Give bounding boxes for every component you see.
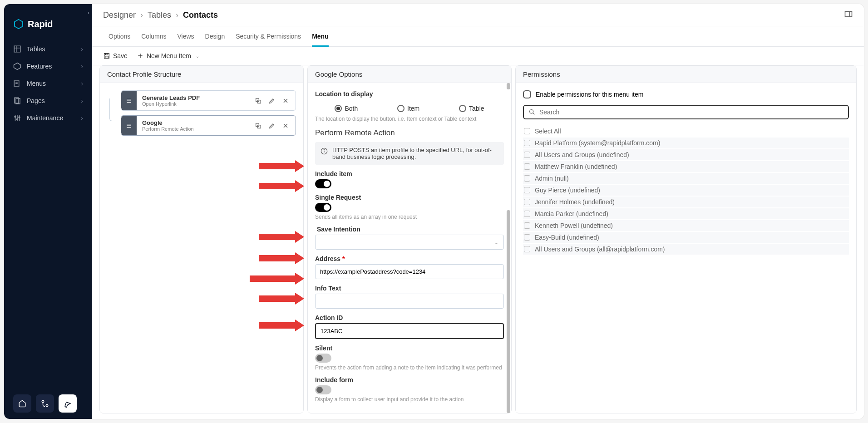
svg-rect-18 xyxy=(845,11,852,17)
nav-menus[interactable]: Menus › xyxy=(4,75,92,92)
info-text-input[interactable] xyxy=(315,294,504,309)
search-icon xyxy=(528,108,536,116)
drag-handle-icon[interactable] xyxy=(121,116,137,135)
include-form-label: Include form xyxy=(315,376,504,384)
permission-item[interactable]: All Users and Groups (all@rapidplatform.… xyxy=(523,244,849,255)
permission-item[interactable]: Rapid Platform (system@rapidplatform.com… xyxy=(523,138,849,148)
permission-item[interactable]: Admin (null) xyxy=(523,173,849,184)
menu-item-generate-leads[interactable]: Generate Leads PDF Open Hyperlink xyxy=(121,90,296,111)
chevron-right-icon: › xyxy=(81,45,83,53)
tab-menu[interactable]: Menu xyxy=(306,26,334,46)
chevron-right-icon: › xyxy=(81,63,83,70)
design-icon xyxy=(64,399,72,408)
radio-item[interactable]: Item xyxy=(397,105,419,112)
table-icon xyxy=(13,45,21,53)
permission-item[interactable]: Jennifer Holmes (undefined) xyxy=(523,197,849,207)
tab-design[interactable]: Design xyxy=(200,26,231,46)
maintenance-icon xyxy=(13,114,21,122)
permissions-search-input[interactable] xyxy=(539,108,843,116)
crumb-tables[interactable]: Tables xyxy=(148,10,171,20)
duplicate-icon[interactable] xyxy=(253,120,264,131)
svg-rect-21 xyxy=(105,54,108,55)
svg-marker-0 xyxy=(15,20,23,29)
menus-icon xyxy=(13,79,21,88)
single-request-label: Single Request xyxy=(315,194,504,201)
breadcrumb: Designer › Tables › Contacts xyxy=(103,10,218,20)
location-help: The location to display the button. i.e.… xyxy=(315,116,504,122)
chevron-right-icon: › xyxy=(81,80,83,87)
section-title: Perform Remote Action xyxy=(315,128,504,138)
include-item-toggle[interactable] xyxy=(315,179,331,188)
silent-toggle[interactable] xyxy=(315,354,331,363)
svg-point-17 xyxy=(46,404,48,407)
panel-permissions: Permissions Enable permissions for this … xyxy=(515,65,857,413)
edit-icon[interactable] xyxy=(266,120,277,131)
save-intention-label: Save Intention xyxy=(315,226,504,233)
single-request-toggle[interactable] xyxy=(315,203,331,212)
svg-point-41 xyxy=(324,149,324,150)
permission-item[interactable]: Matthew Franklin (undefined) xyxy=(523,161,849,172)
svg-rect-1 xyxy=(14,46,20,52)
chevron-right-icon: › xyxy=(81,114,83,122)
tab-columns[interactable]: Columns xyxy=(136,26,172,46)
duplicate-icon[interactable] xyxy=(253,95,264,106)
permission-item[interactable]: Easy-Build (undefined) xyxy=(523,232,849,243)
features-icon xyxy=(13,62,21,70)
panel-icon[interactable] xyxy=(844,10,853,20)
enable-permissions-row[interactable]: Enable permissions for this menu item xyxy=(523,90,849,105)
info-text-label: Info Text xyxy=(315,285,504,292)
logo-text: Rapid xyxy=(28,19,53,30)
save-button[interactable]: Save xyxy=(103,52,128,59)
radio-table[interactable]: Table xyxy=(459,105,484,112)
logo: Rapid xyxy=(4,4,92,40)
select-all-item[interactable]: Select All xyxy=(523,126,849,137)
tab-security[interactable]: Security & Permissions xyxy=(230,26,306,46)
crumb-contacts[interactable]: Contacts xyxy=(183,10,218,20)
nav-tables[interactable]: Tables › xyxy=(4,40,92,58)
include-form-toggle[interactable] xyxy=(315,385,331,394)
action-id-input[interactable] xyxy=(315,323,504,339)
new-menu-item-button[interactable]: New Menu Item ⌄ xyxy=(137,52,199,59)
design-button[interactable] xyxy=(59,394,77,413)
svg-line-43 xyxy=(533,113,534,114)
drag-handle-icon[interactable] xyxy=(121,91,137,110)
permission-item[interactable]: Guy Pierce (undefined) xyxy=(523,185,849,196)
save-intention-select[interactable]: ⌄ xyxy=(315,235,504,250)
permissions-list: Select All Rapid Platform (system@rapidp… xyxy=(523,126,849,255)
plus-icon xyxy=(137,52,144,59)
close-icon[interactable] xyxy=(280,95,291,106)
permission-item[interactable]: Kenneth Powell (undefined) xyxy=(523,220,849,231)
location-radio-group: Both Item Table xyxy=(315,102,504,114)
menu-item-title: Google xyxy=(142,119,247,126)
chevron-right-icon: › xyxy=(176,10,178,20)
tab-options[interactable]: Options xyxy=(103,26,136,46)
chevron-right-icon: › xyxy=(140,10,143,20)
nav-pages[interactable]: Pages › xyxy=(4,92,92,109)
permission-item[interactable]: All Users and Groups (undefined) xyxy=(523,149,849,160)
include-item-label: Include item xyxy=(315,170,504,177)
permission-item[interactable]: Marcia Parker (undefined) xyxy=(523,208,849,219)
address-input[interactable] xyxy=(315,264,504,279)
home-button[interactable] xyxy=(13,394,31,413)
silent-help: Prevents the action from adding a note t… xyxy=(315,364,504,371)
nav-maintenance[interactable]: Maintenance › xyxy=(4,109,92,127)
toolbar: Save New Menu Item ⌄ xyxy=(92,47,864,65)
edit-icon[interactable] xyxy=(266,95,277,106)
location-label: Location to display xyxy=(315,90,504,98)
panel-header: Permissions xyxy=(516,66,856,83)
radio-both[interactable]: Both xyxy=(335,105,358,112)
panel-contact-profile-structure: Contact Profile Structure Generate Leads… xyxy=(99,65,304,413)
nav-features[interactable]: Features › xyxy=(4,58,92,75)
menu-item-google[interactable]: Google Perform Remote Action xyxy=(121,115,296,136)
tab-views[interactable]: Views xyxy=(172,26,200,46)
permissions-search[interactable] xyxy=(523,105,849,119)
enable-permissions-checkbox[interactable] xyxy=(523,90,531,98)
sidebar-collapse-icon[interactable]: ‹ xyxy=(88,10,89,16)
save-icon xyxy=(103,52,110,59)
branch-button[interactable] xyxy=(36,394,54,413)
panel-body: Enable permissions for this menu item Se… xyxy=(516,83,856,413)
address-label: Address * xyxy=(315,255,504,262)
menu-item-subtitle: Perform Remote Action xyxy=(142,126,247,132)
close-icon[interactable] xyxy=(280,120,291,131)
crumb-designer[interactable]: Designer xyxy=(103,10,136,20)
